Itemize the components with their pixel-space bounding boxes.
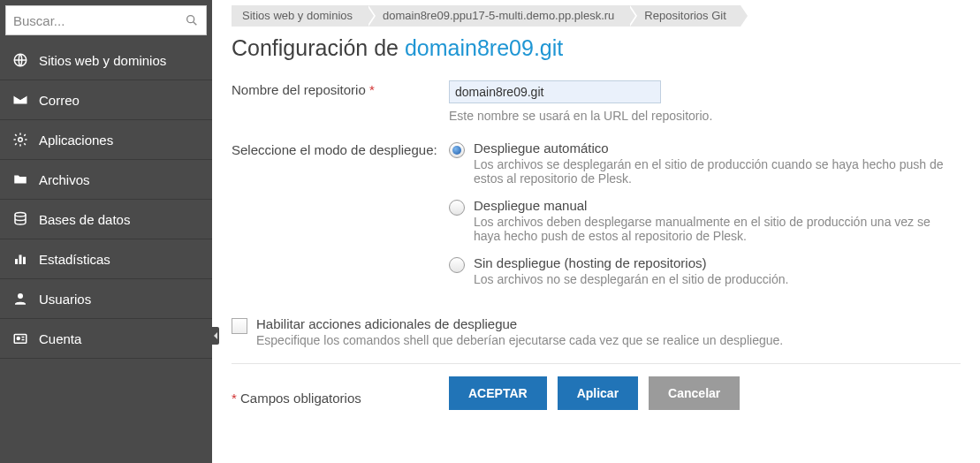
deploy-mode-label: Seleccione el modo de despliegue: bbox=[232, 140, 449, 157]
option-title: Sin despliegue (hosting de repositorios) bbox=[474, 255, 788, 270]
enable-additional-actions[interactable]: Habilitar acciones adicionales de despli… bbox=[232, 316, 961, 347]
nav-applications[interactable]: Aplicaciones bbox=[0, 120, 212, 160]
nav-item-label: Cuenta bbox=[39, 331, 81, 346]
nav-item-label: Sitios web y dominios bbox=[39, 53, 166, 68]
svg-rect-6 bbox=[19, 255, 22, 265]
id-card-icon bbox=[12, 330, 28, 346]
sidebar: Sitios web y dominios Correo Aplicacione… bbox=[0, 0, 212, 463]
nav-item-label: Bases de datos bbox=[39, 212, 130, 227]
svg-line-1 bbox=[194, 22, 197, 26]
search-input[interactable] bbox=[13, 13, 185, 28]
checkbox-desc: Especifique los comandos shell que deber… bbox=[256, 333, 783, 347]
page-title-prefix: Configuración de bbox=[232, 35, 405, 60]
repo-name-label-text: Nombre del repositorio bbox=[232, 82, 369, 97]
cancel-button[interactable]: Cancelar bbox=[649, 376, 740, 410]
svg-point-4 bbox=[15, 213, 26, 217]
option-title: Despliegue manual bbox=[474, 198, 961, 213]
svg-rect-5 bbox=[15, 259, 18, 264]
nav-item-label: Correo bbox=[39, 93, 80, 108]
breadcrumb-item[interactable]: Sitios web y dominios bbox=[232, 5, 367, 27]
nav-item-label: Estadísticas bbox=[39, 252, 110, 267]
option-desc: Los archivos se desplegarán en el sitio … bbox=[474, 157, 961, 186]
svg-point-10 bbox=[17, 338, 19, 340]
svg-rect-9 bbox=[14, 335, 27, 344]
radio-icon[interactable] bbox=[449, 200, 465, 216]
user-icon bbox=[12, 291, 28, 307]
bar-chart-icon bbox=[12, 251, 28, 267]
nav-account[interactable]: Cuenta bbox=[0, 319, 212, 359]
deploy-mode-manual[interactable]: Despliegue manual Los archivos deben des… bbox=[449, 198, 961, 243]
main-content: Sitios web y dominios domain8re09.ppu17-… bbox=[212, 0, 980, 424]
breadcrumb-item[interactable]: Repositorios Git bbox=[628, 5, 740, 27]
svg-point-8 bbox=[18, 293, 23, 299]
repo-name-input[interactable] bbox=[449, 80, 661, 103]
required-note-text: Campos obligatorios bbox=[237, 391, 361, 406]
required-fields-note: * Campos obligatorios bbox=[232, 382, 449, 406]
svg-point-3 bbox=[19, 138, 23, 142]
repo-name-label: Nombre del repositorio * bbox=[232, 80, 449, 97]
page-title: Configuración de domain8re09.git bbox=[232, 35, 961, 61]
deploy-mode-none[interactable]: Sin despliegue (hosting de repositorios)… bbox=[449, 255, 961, 286]
breadcrumb-item[interactable]: domain8re09.ppu17-5-multi.demo.pp.plesk.… bbox=[367, 5, 628, 27]
nav-item-label: Aplicaciones bbox=[39, 133, 113, 148]
checkbox-title: Habilitar acciones adicionales de despli… bbox=[256, 316, 783, 331]
checkbox-icon[interactable] bbox=[232, 318, 247, 334]
nav-item-label: Usuarios bbox=[39, 292, 91, 307]
option-title: Despliegue automático bbox=[474, 140, 961, 156]
svg-rect-7 bbox=[23, 257, 26, 264]
nav-mail[interactable]: Correo bbox=[0, 80, 212, 120]
search-icon[interactable] bbox=[185, 13, 199, 27]
nav-databases[interactable]: Bases de datos bbox=[0, 200, 212, 239]
nav-users[interactable]: Usuarios bbox=[0, 279, 212, 319]
page-title-repo-link[interactable]: domain8re09.git bbox=[405, 35, 563, 60]
nav-statistics[interactable]: Estadísticas bbox=[0, 239, 212, 279]
option-desc: Los archivos no se desplegarán en el sit… bbox=[474, 272, 788, 286]
database-icon bbox=[12, 211, 28, 227]
nav-websites-domains[interactable]: Sitios web y dominios bbox=[0, 41, 212, 80]
radio-icon[interactable] bbox=[449, 257, 465, 273]
search-wrap bbox=[5, 5, 207, 35]
mail-icon bbox=[12, 92, 28, 108]
breadcrumb: Sitios web y dominios domain8re09.ppu17-… bbox=[232, 5, 961, 27]
required-asterisk: * bbox=[369, 82, 375, 97]
folder-icon bbox=[12, 171, 28, 187]
option-desc: Los archivos deben desplegarse manualmen… bbox=[474, 215, 961, 243]
apply-button[interactable]: Aplicar bbox=[558, 376, 638, 410]
radio-icon[interactable] bbox=[449, 142, 465, 158]
svg-point-0 bbox=[187, 16, 194, 23]
globe-icon bbox=[12, 52, 28, 68]
repo-name-hint: Este nombre se usará en la URL del repos… bbox=[449, 109, 961, 123]
accept-button[interactable]: ACEPTAR bbox=[449, 376, 547, 410]
nav-files[interactable]: Archivos bbox=[0, 160, 212, 200]
nav-item-label: Archivos bbox=[39, 172, 90, 187]
deploy-mode-auto[interactable]: Despliegue automático Los archivos se de… bbox=[449, 140, 961, 186]
divider bbox=[232, 363, 961, 364]
gear-icon bbox=[12, 132, 28, 148]
